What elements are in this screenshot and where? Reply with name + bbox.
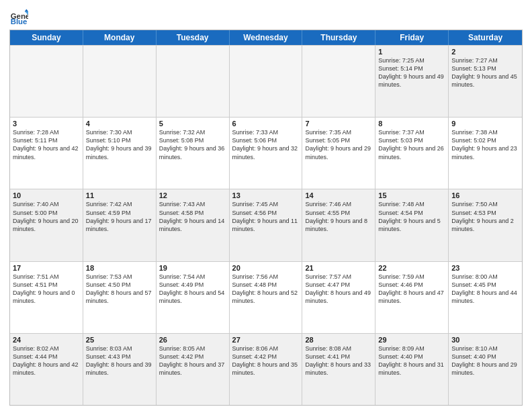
cell-info: Sunrise: 7:45 AMSunset: 4:56 PMDaylight:… — [232, 200, 300, 233]
svg-text:Blue: Blue — [11, 17, 28, 26]
logo-icon: General Blue — [9, 7, 28, 26]
cal-cell-10: 10Sunrise: 7:40 AMSunset: 5:00 PMDayligh… — [10, 189, 83, 261]
cal-cell-empty-1 — [83, 46, 157, 117]
cal-cell-16: 16Sunrise: 7:50 AMSunset: 4:53 PMDayligh… — [449, 189, 522, 261]
day-number: 15 — [378, 191, 445, 199]
day-number: 30 — [451, 336, 519, 344]
cell-info: Sunrise: 8:03 AMSunset: 4:43 PMDaylight:… — [86, 345, 153, 377]
cell-info: Sunrise: 7:30 AMSunset: 5:10 PMDaylight:… — [86, 128, 153, 161]
cal-cell-4: 4Sunrise: 7:30 AMSunset: 5:10 PMDaylight… — [83, 118, 157, 189]
cal-cell-14: 14Sunrise: 7:46 AMSunset: 4:55 PMDayligh… — [302, 189, 375, 261]
cell-info: Sunrise: 8:06 AMSunset: 4:42 PMDaylight:… — [232, 345, 300, 377]
day-number: 21 — [305, 264, 372, 272]
week-row-3: 17Sunrise: 7:51 AMSunset: 4:51 PMDayligh… — [10, 261, 522, 333]
cell-info: Sunrise: 7:50 AMSunset: 4:53 PMDaylight:… — [451, 200, 519, 233]
week-row-0: 1Sunrise: 7:25 AMSunset: 5:14 PMDaylight… — [10, 45, 522, 117]
day-number: 23 — [451, 264, 519, 272]
cal-cell-24: 24Sunrise: 8:02 AMSunset: 4:44 PMDayligh… — [10, 334, 83, 405]
day-number: 20 — [232, 264, 300, 272]
day-number: 3 — [13, 120, 80, 128]
cell-info: Sunrise: 8:10 AMSunset: 4:40 PMDaylight:… — [451, 345, 519, 377]
col-header-tuesday: Tuesday — [157, 30, 230, 45]
cal-cell-21: 21Sunrise: 7:57 AMSunset: 4:47 PMDayligh… — [302, 262, 375, 333]
cal-cell-29: 29Sunrise: 8:09 AMSunset: 4:40 PMDayligh… — [375, 334, 449, 405]
day-number: 27 — [232, 336, 300, 344]
day-number: 2 — [451, 48, 519, 56]
cell-info: Sunrise: 7:51 AMSunset: 4:51 PMDaylight:… — [13, 273, 80, 306]
cell-info: Sunrise: 7:25 AMSunset: 5:14 PMDaylight:… — [378, 56, 445, 89]
page: General Blue SundayMondayTuesdayWednesda… — [0, 0, 532, 411]
week-row-1: 3Sunrise: 7:28 AMSunset: 5:11 PMDaylight… — [10, 117, 522, 189]
cell-info: Sunrise: 7:46 AMSunset: 4:55 PMDaylight:… — [305, 200, 372, 233]
cell-info: Sunrise: 7:54 AMSunset: 4:49 PMDaylight:… — [159, 273, 226, 306]
cal-cell-7: 7Sunrise: 7:35 AMSunset: 5:05 PMDaylight… — [302, 118, 375, 189]
day-number: 25 — [86, 336, 153, 344]
calendar-header-row: SundayMondayTuesdayWednesdayThursdayFrid… — [10, 30, 522, 45]
cal-cell-empty-3 — [230, 46, 303, 117]
day-number: 6 — [232, 120, 300, 128]
cell-info: Sunrise: 8:05 AMSunset: 4:42 PMDaylight:… — [159, 345, 226, 377]
day-number: 19 — [159, 264, 226, 272]
day-number: 28 — [305, 336, 372, 344]
cal-cell-18: 18Sunrise: 7:53 AMSunset: 4:50 PMDayligh… — [83, 262, 157, 333]
cal-cell-empty-4 — [302, 46, 375, 117]
week-row-2: 10Sunrise: 7:40 AMSunset: 5:00 PMDayligh… — [10, 189, 522, 261]
cal-cell-2: 2Sunrise: 7:27 AMSunset: 5:13 PMDaylight… — [449, 46, 522, 117]
cell-info: Sunrise: 7:38 AMSunset: 5:02 PMDaylight:… — [451, 128, 519, 161]
day-number: 10 — [13, 191, 80, 199]
cell-info: Sunrise: 8:00 AMSunset: 4:45 PMDaylight:… — [451, 273, 519, 306]
cell-info: Sunrise: 7:59 AMSunset: 4:46 PMDaylight:… — [378, 273, 445, 306]
cal-cell-8: 8Sunrise: 7:37 AMSunset: 5:03 PMDaylight… — [375, 118, 449, 189]
cal-cell-20: 20Sunrise: 7:56 AMSunset: 4:48 PMDayligh… — [230, 262, 303, 333]
cal-cell-11: 11Sunrise: 7:42 AMSunset: 4:59 PMDayligh… — [83, 189, 157, 261]
cell-info: Sunrise: 7:32 AMSunset: 5:08 PMDaylight:… — [159, 128, 226, 161]
svg-marker-2 — [25, 9, 28, 12]
cal-cell-27: 27Sunrise: 8:06 AMSunset: 4:42 PMDayligh… — [230, 334, 303, 405]
day-number: 11 — [86, 191, 153, 199]
cal-cell-15: 15Sunrise: 7:48 AMSunset: 4:54 PMDayligh… — [375, 189, 449, 261]
cal-cell-9: 9Sunrise: 7:38 AMSunset: 5:02 PMDaylight… — [449, 118, 522, 189]
cal-cell-12: 12Sunrise: 7:43 AMSunset: 4:58 PMDayligh… — [157, 189, 230, 261]
cal-cell-13: 13Sunrise: 7:45 AMSunset: 4:56 PMDayligh… — [230, 189, 303, 261]
day-number: 9 — [451, 120, 519, 128]
cal-cell-17: 17Sunrise: 7:51 AMSunset: 4:51 PMDayligh… — [10, 262, 83, 333]
col-header-thursday: Thursday — [302, 30, 375, 45]
day-number: 17 — [13, 264, 80, 272]
header: General Blue — [9, 7, 523, 26]
cell-info: Sunrise: 7:37 AMSunset: 5:03 PMDaylight:… — [378, 128, 445, 161]
cell-info: Sunrise: 7:27 AMSunset: 5:13 PMDaylight:… — [451, 56, 519, 89]
cell-info: Sunrise: 8:08 AMSunset: 4:41 PMDaylight:… — [305, 345, 372, 377]
cal-cell-3: 3Sunrise: 7:28 AMSunset: 5:11 PMDaylight… — [10, 118, 83, 189]
col-header-saturday: Saturday — [449, 30, 522, 45]
day-number: 7 — [305, 120, 372, 128]
day-number: 22 — [378, 264, 445, 272]
calendar: SundayMondayTuesdayWednesdayThursdayFrid… — [9, 30, 523, 406]
cell-info: Sunrise: 7:48 AMSunset: 4:54 PMDaylight:… — [378, 200, 445, 233]
day-number: 14 — [305, 191, 372, 199]
cal-cell-30: 30Sunrise: 8:10 AMSunset: 4:40 PMDayligh… — [449, 334, 522, 405]
cell-info: Sunrise: 7:40 AMSunset: 5:00 PMDaylight:… — [13, 200, 80, 233]
day-number: 8 — [378, 120, 445, 128]
day-number: 29 — [378, 336, 445, 344]
col-header-monday: Monday — [83, 30, 157, 45]
cal-cell-26: 26Sunrise: 8:05 AMSunset: 4:42 PMDayligh… — [157, 334, 230, 405]
cal-cell-6: 6Sunrise: 7:33 AMSunset: 5:06 PMDaylight… — [230, 118, 303, 189]
cal-cell-5: 5Sunrise: 7:32 AMSunset: 5:08 PMDaylight… — [157, 118, 230, 189]
cal-cell-23: 23Sunrise: 8:00 AMSunset: 4:45 PMDayligh… — [449, 262, 522, 333]
cell-info: Sunrise: 7:53 AMSunset: 4:50 PMDaylight:… — [86, 273, 153, 306]
cell-info: Sunrise: 7:43 AMSunset: 4:58 PMDaylight:… — [159, 200, 226, 233]
cell-info: Sunrise: 7:35 AMSunset: 5:05 PMDaylight:… — [305, 128, 372, 161]
day-number: 1 — [378, 48, 445, 56]
day-number: 18 — [86, 264, 153, 272]
day-number: 13 — [232, 191, 300, 199]
cal-cell-empty-0 — [10, 46, 83, 117]
day-number: 24 — [13, 336, 80, 344]
cell-info: Sunrise: 7:57 AMSunset: 4:47 PMDaylight:… — [305, 273, 372, 306]
cal-cell-1: 1Sunrise: 7:25 AMSunset: 5:14 PMDaylight… — [375, 46, 449, 117]
cal-cell-28: 28Sunrise: 8:08 AMSunset: 4:41 PMDayligh… — [302, 334, 375, 405]
day-number: 4 — [86, 120, 153, 128]
day-number: 12 — [159, 191, 226, 199]
cell-info: Sunrise: 8:02 AMSunset: 4:44 PMDaylight:… — [13, 345, 80, 377]
col-header-sunday: Sunday — [10, 30, 83, 45]
cell-info: Sunrise: 7:28 AMSunset: 5:11 PMDaylight:… — [13, 128, 80, 161]
